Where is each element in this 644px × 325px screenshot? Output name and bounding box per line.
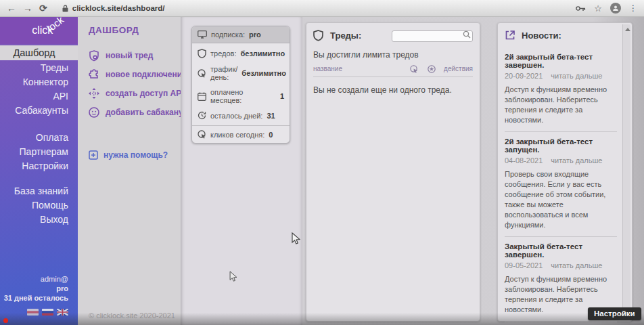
sidebar-item-payment[interactable]: Оплата: [0, 131, 78, 145]
sidebar-item-logout[interactable]: Выход: [0, 213, 78, 227]
subscription-header: подписка: pro: [192, 26, 290, 43]
create-api-access-link[interactable]: создать доступ API: [89, 84, 181, 103]
flag-belarus-icon[interactable]: [27, 309, 39, 316]
sidebar-item-dashboard[interactable]: Дашборд: [0, 45, 78, 60]
news-item: Закрытый бета-тест запущен. 24-11-2020 ч…: [505, 322, 617, 325]
account-email: admin@: [0, 274, 68, 284]
subscription-label: подписка:: [211, 30, 245, 39]
clicks-column-icon[interactable]: [410, 65, 418, 73]
news-item-title: 2й закрытый бета-тест запущен.: [505, 137, 617, 154]
page-title: ДАШБОРД: [89, 25, 181, 35]
sidebar-item-knowledge-base[interactable]: База знаний: [0, 184, 78, 198]
new-thread-link[interactable]: новый тред: [89, 46, 181, 65]
flag-russia-icon[interactable]: [42, 309, 53, 316]
read-more-link[interactable]: читать дальше: [551, 156, 602, 165]
subscription-plan-value: pro: [249, 30, 261, 39]
read-more-link[interactable]: читать дальше: [551, 72, 602, 80]
flag-uk-icon[interactable]: [57, 309, 68, 316]
menu-dots-icon[interactable]: ⋮: [629, 4, 637, 12]
refresh-icon[interactable]: ⟳: [39, 3, 47, 13]
clicks-today-row: кликов сегодня: 0: [192, 125, 290, 143]
account-info: admin@ pro 31 дней осталось: [0, 274, 78, 303]
clock-icon: [198, 111, 206, 120]
sidebar-item-threads[interactable]: Треды: [0, 61, 78, 75]
key-icon[interactable]: [576, 5, 586, 12]
row-value: 31: [267, 112, 275, 120]
move-arrows-icon: [89, 88, 99, 99]
monitor-icon: [198, 30, 207, 39]
subscription-card: подписка: pro тредов: безлимитно трафик/…: [191, 26, 290, 144]
news-item-body: Доступ к функциям временно заблокирован.…: [505, 85, 617, 125]
news-item-date: 09-05-2021: [505, 261, 543, 269]
news-item-title: 2й закрытый бета-тест завершен.: [505, 53, 617, 69]
row-label: трафик/день:: [210, 65, 237, 81]
settings-button[interactable]: Настройки: [588, 307, 641, 320]
threads-title: Треды:: [330, 30, 361, 41]
forward-icon[interactable]: →: [23, 3, 32, 13]
click-icon: [198, 69, 206, 78]
calendar-icon: [198, 92, 206, 101]
click-icon: [198, 130, 206, 139]
shield-icon: [198, 49, 206, 58]
add-subaccount-link[interactable]: добавить сабаканут: [89, 103, 181, 122]
add-subaccount-label: добавить сабаканут: [106, 108, 187, 117]
threads-limit-notice: Вы достигли лимита тредов: [313, 50, 473, 60]
puzzle-icon: [89, 69, 99, 80]
record-dot-icon: [3, 318, 8, 323]
new-thread-label: новый тред: [106, 51, 153, 60]
bookmark-star-icon[interactable]: ☆: [594, 4, 602, 13]
threads-search-input[interactable]: [392, 30, 473, 42]
news-panel: Новости: 2й закрытый бета-тест завершен.…: [497, 22, 632, 322]
browser-toolbar: ← → ⟳ clicklock.site/dashboard/ ☆ ⋮: [0, 0, 644, 17]
new-connection-label: новое подключение: [106, 70, 187, 79]
read-more-link[interactable]: читать дальше: [551, 261, 602, 269]
face-icon: [89, 107, 99, 118]
news-scrollbar[interactable]: [622, 24, 630, 320]
news-item-body: Проверь свои входящие сообщения. Если у …: [505, 169, 617, 230]
news-item: 2й закрытый бета-тест завершен. 20-09-20…: [505, 47, 617, 131]
url-text[interactable]: clicklock.site/dashboard/: [72, 4, 165, 12]
app-logo[interactable]: clicklock: [0, 17, 78, 44]
threads-panel: Треды: Вы достигли лимита тредов названи…: [306, 22, 480, 322]
column-name-label[interactable]: название: [313, 65, 410, 72]
need-help-link[interactable]: нужна помощь?: [89, 150, 181, 160]
scroll-up-icon[interactable]: [625, 28, 630, 31]
threads-table-header: название действия: [313, 65, 473, 77]
paid-months-row: оплачено месяцев: 1: [192, 85, 290, 108]
row-label: осталось дней:: [210, 112, 262, 120]
search-icon[interactable]: [463, 30, 471, 39]
profile-avatar-icon[interactable]: [610, 3, 621, 14]
copyright-text: © clicklock.site 2020-2021: [89, 311, 175, 320]
row-label: оплачено месяцев:: [210, 88, 276, 104]
news-item-date: 20-09-2021: [505, 72, 543, 80]
sidebar-item-partners[interactable]: Партнерам: [0, 145, 78, 159]
account-plan: pro: [56, 284, 68, 292]
external-link-icon: [505, 30, 515, 41]
dashboard-column: ДАШБОРД новый тред новое подключение соз…: [78, 17, 181, 325]
status-column-icon[interactable]: [428, 65, 436, 73]
column-actions-label[interactable]: действия: [444, 65, 473, 72]
threads-empty-message: Вы не создали еще ни одного треда.: [313, 85, 473, 95]
sidebar: clicklock Дашборд Треды Коннектор API Са…: [0, 17, 78, 325]
row-value: 0: [269, 131, 273, 139]
lock-icon: [62, 5, 68, 12]
traffic-row: трафик/день: безлимитно: [192, 62, 290, 85]
sidebar-item-subaccounts[interactable]: Сабакаунты: [0, 104, 78, 118]
shield-plus-icon: [89, 50, 99, 62]
new-connection-link[interactable]: новое подключение: [89, 65, 181, 84]
row-label: тредов:: [210, 49, 236, 58]
back-icon[interactable]: ←: [7, 3, 16, 13]
news-item-date: 04-08-2021: [505, 156, 543, 165]
sidebar-item-help[interactable]: Помощь: [0, 198, 78, 213]
row-value: 1: [280, 92, 284, 100]
threads-limit-row: тредов: безлимитно: [192, 45, 290, 62]
row-label: кликов сегодня:: [210, 131, 264, 139]
sidebar-item-settings[interactable]: Настройки: [0, 159, 78, 173]
need-help-label: нужна помощь?: [104, 150, 168, 160]
sidebar-item-api[interactable]: API: [0, 89, 78, 104]
row-value: безлимитно: [242, 69, 286, 77]
sidebar-item-connector[interactable]: Коннектор: [0, 75, 78, 89]
news-title: Новости:: [522, 30, 561, 41]
news-item-title: Закрытый бета-тест завершен.: [505, 242, 617, 259]
address-bar[interactable]: clicklock.site/dashboard/: [62, 4, 570, 12]
